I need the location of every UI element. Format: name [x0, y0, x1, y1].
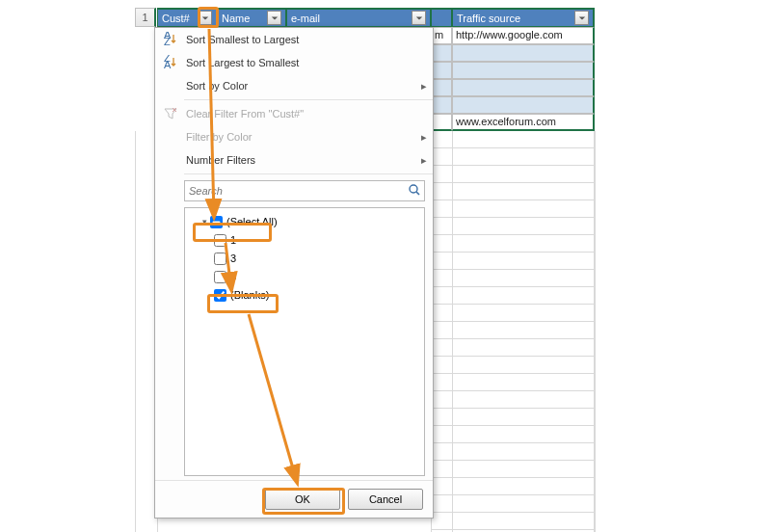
cell-e7[interactable]: [431, 114, 452, 131]
dialog-button-row: OK Cancel: [155, 480, 433, 518]
column-header-cust-label: Cust#: [162, 13, 198, 24]
cell-f7[interactable]: www.excelforum.com: [452, 114, 595, 131]
checkbox-3[interactable]: [214, 253, 226, 265]
filter-item-1-label: 1: [229, 234, 236, 246]
cell-e6[interactable]: [431, 96, 452, 114]
menu-sort-asc[interactable]: AZ Sort Smallest to Largest: [155, 28, 433, 51]
chevron-down-icon: [415, 14, 423, 22]
filter-values-list[interactable]: ▾ (Select All) 1 3 5 (Blanks): [184, 207, 425, 476]
svg-text:Z: Z: [164, 36, 171, 47]
autofilter-menu: AZ Sort Smallest to Largest ZA Sort Larg…: [154, 27, 434, 519]
column-header-email-label: e-mail: [291, 13, 412, 24]
menu-clear-filter-label: Clear Filter From "Cust#": [182, 108, 427, 120]
filter-dropdown-name[interactable]: [267, 11, 281, 25]
svg-point-4: [410, 185, 417, 193]
cell-f2[interactable]: http://www.google.com: [452, 27, 595, 44]
clear-filter-icon: [159, 106, 182, 121]
column-header-cust[interactable]: Cust#: [157, 8, 217, 27]
menu-sort-color[interactable]: Sort by Color ▸: [155, 74, 433, 97]
cancel-button[interactable]: Cancel: [348, 489, 423, 510]
menu-sort-desc[interactable]: ZA Sort Largest to Smallest: [155, 51, 433, 74]
chevron-down-icon: [271, 14, 279, 22]
filter-item-3[interactable]: 3: [214, 250, 420, 267]
menu-sort-color-label: Sort by Color: [182, 80, 415, 92]
chevron-down-icon: [578, 14, 586, 22]
row-header-1[interactable]: 1: [135, 8, 156, 27]
menu-clear-filter: Clear Filter From "Cust#": [155, 102, 433, 125]
filter-item-blanks-label: (Blanks): [229, 289, 269, 301]
menu-filter-color-label: Filter by Color: [182, 131, 415, 143]
checkbox-blanks[interactable]: [214, 289, 226, 302]
menu-number-filters-label: Number Filters: [182, 154, 415, 166]
cell-f6[interactable]: [452, 96, 595, 114]
filter-dropdown-traffic[interactable]: [574, 11, 589, 25]
cell-e5[interactable]: [431, 79, 452, 96]
column-header-name[interactable]: Name: [217, 8, 286, 27]
cell-f5[interactable]: [452, 79, 595, 96]
column-header-name-label: Name: [222, 13, 267, 24]
menu-filter-color: Filter by Color ▸: [155, 125, 433, 148]
filter-item-1[interactable]: 1: [214, 231, 420, 249]
filter-item-select-all[interactable]: ▾ (Select All): [199, 213, 420, 230]
filter-dropdown-email[interactable]: [412, 11, 426, 25]
filter-item-blanks[interactable]: (Blanks): [214, 286, 420, 304]
submenu-arrow-icon: ▸: [415, 154, 427, 167]
chevron-down-icon: [201, 14, 209, 22]
menu-sort-asc-label: Sort Smallest to Largest: [182, 34, 427, 45]
filter-search-input[interactable]: [184, 180, 425, 201]
submenu-arrow-icon: ▸: [415, 131, 427, 144]
cell-e4[interactable]: [431, 62, 452, 79]
submenu-arrow-icon: ▸: [415, 80, 427, 93]
column-header-traffic[interactable]: Traffic source: [452, 8, 595, 27]
tree-collapse-icon[interactable]: ▾: [199, 217, 210, 226]
filter-item-5[interactable]: 5: [214, 268, 420, 285]
column-header-traffic-label: Traffic source: [457, 13, 574, 24]
search-icon[interactable]: [408, 183, 421, 199]
cell-f4[interactable]: [452, 62, 595, 79]
filter-item-5-label: 5: [229, 271, 236, 282]
checkbox-5[interactable]: [214, 271, 226, 283]
column-header-email[interactable]: e-mail: [286, 8, 431, 27]
checkbox-select-all[interactable]: [210, 216, 223, 228]
menu-sort-desc-label: Sort Largest to Smallest: [182, 57, 427, 68]
ok-button[interactable]: OK: [265, 489, 340, 510]
cell-f3[interactable]: [452, 44, 595, 62]
filter-item-3-label: 3: [229, 253, 236, 264]
column-header-spacer: [431, 8, 452, 27]
menu-number-filters[interactable]: Number Filters ▸: [155, 148, 433, 172]
filter-item-select-all-label: (Select All): [226, 216, 278, 227]
filter-dropdown-cust[interactable]: [198, 11, 212, 25]
cell-e2[interactable]: m: [431, 27, 452, 44]
checkbox-1[interactable]: [214, 234, 226, 247]
filter-search-wrap: [184, 180, 425, 201]
svg-text:A: A: [164, 59, 172, 70]
sort-desc-icon: ZA: [159, 55, 182, 70]
cell-e3[interactable]: [431, 44, 452, 62]
sort-asc-icon: AZ: [159, 32, 182, 47]
